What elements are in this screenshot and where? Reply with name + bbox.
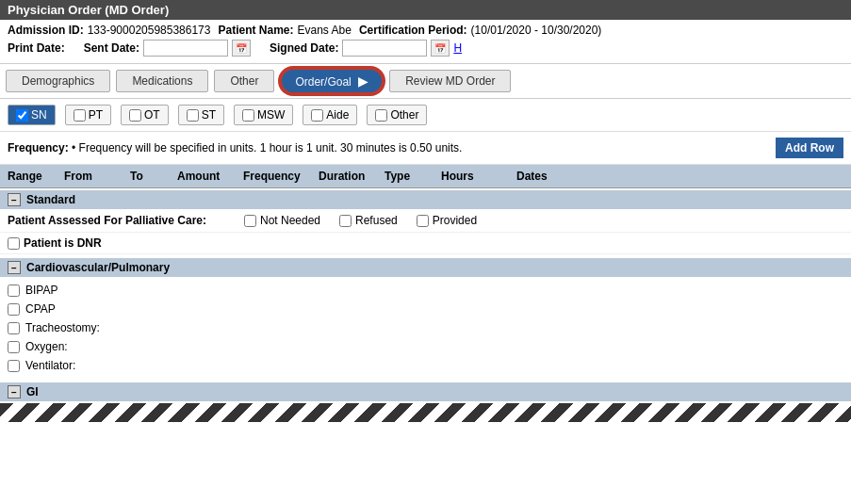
checkbox-other-input[interactable] — [375, 109, 387, 122]
nav-tabs: Demographics Medications Other Order/Goa… — [0, 64, 851, 99]
provided-checkbox[interactable] — [417, 215, 429, 227]
tab-demographics[interactable]: Demographics — [6, 70, 110, 92]
print-date-label: Print Date: — [8, 41, 65, 55]
checkbox-pt[interactable]: PT — [65, 105, 111, 125]
not-needed-checkbox[interactable] — [244, 215, 256, 227]
checkbox-other[interactable]: Other — [367, 105, 427, 125]
sent-date-field: Sent Date: 📅 — [84, 40, 251, 57]
dnr-label: Patient is DNR — [24, 236, 102, 250]
checkbox-pt-label: PT — [89, 108, 103, 122]
standard-collapse-button[interactable]: − — [8, 193, 21, 206]
oxygen-checkbox[interactable] — [8, 341, 20, 353]
signed-date-input[interactable] — [342, 40, 427, 57]
checkbox-msw-input[interactable] — [242, 109, 254, 122]
frequency-section: Frequency: • Frequency will be specified… — [0, 132, 851, 165]
standard-section-label: Standard — [26, 193, 75, 206]
palliative-refused[interactable]: Refused — [339, 214, 398, 227]
tracheostomy-checkbox[interactable] — [8, 322, 20, 334]
patient-name-field: Patient Name: Evans Abe — [218, 24, 351, 37]
col-amount: Amount — [177, 168, 243, 185]
signed-date-field: Signed Date: 📅 H — [270, 40, 462, 57]
admission-label: Admission ID: — [8, 24, 84, 37]
checkbox-aide[interactable]: Aide — [303, 105, 357, 125]
tab-medications[interactable]: Medications — [116, 70, 208, 92]
gi-collapse-button[interactable]: − — [8, 385, 21, 398]
checkbox-ot-label: OT — [144, 108, 160, 122]
checkbox-ot[interactable]: OT — [121, 105, 169, 125]
palliative-not-needed[interactable]: Not Needed — [244, 214, 320, 227]
checkbox-ot-input[interactable] — [129, 109, 141, 122]
tracheostomy-label: Tracheostomy: — [25, 321, 100, 334]
signed-date-label: Signed Date: — [270, 41, 338, 55]
dnr-row: Patient is DNR — [0, 233, 851, 254]
table-header: Range From To Amount Frequency Duration … — [0, 165, 851, 188]
sent-date-calendar[interactable]: 📅 — [232, 40, 251, 57]
signed-date-calendar[interactable]: 📅 — [431, 40, 450, 57]
cardiovascular-section-header: − Cardiovascular/Pulmonary — [0, 258, 851, 277]
title-bar: Physician Order (MD Order) — [0, 0, 851, 20]
checkbox-aide-label: Aide — [326, 108, 349, 122]
oxygen-item: Oxygen: — [8, 337, 843, 356]
certification-field: Certification Period: (10/01/2020 - 10/3… — [359, 24, 601, 37]
page-title: Physician Order (MD Order) — [8, 3, 169, 17]
admission-value: 133-9000205985386173 — [88, 24, 211, 37]
col-type: Type — [385, 168, 441, 185]
palliative-provided[interactable]: Provided — [417, 214, 477, 227]
col-hours: Hours — [441, 168, 516, 185]
ventilator-label: Ventilator: — [25, 359, 75, 372]
col-dates: Dates — [516, 168, 843, 185]
frequency-note: • Frequency will be specified in units. … — [72, 141, 462, 154]
col-to: To — [130, 168, 177, 185]
checkbox-pt-input[interactable] — [74, 109, 86, 122]
standard-section-header: − Standard — [0, 190, 851, 209]
checkbox-msw-label: MSW — [257, 108, 285, 122]
cpap-item: CPAP — [8, 300, 843, 318]
tab-arrow-icon: ▶ — [358, 73, 368, 89]
checkbox-sn-label: SN — [31, 108, 47, 122]
checkbox-sn[interactable]: SN — [8, 105, 56, 125]
h-link[interactable]: H — [453, 41, 462, 55]
certification-value: (10/01/2020 - 10/30/2020) — [471, 24, 602, 37]
tracheostomy-item: Tracheostomy: — [8, 318, 843, 337]
not-needed-label: Not Needed — [260, 214, 320, 227]
col-duration: Duration — [319, 168, 385, 185]
bipap-item: BIPAP — [8, 281, 843, 300]
patient-name-label: Patient Name: — [218, 24, 293, 37]
palliative-label: Patient Assessed For Palliative Care: — [8, 214, 206, 227]
cardiovascular-section-label: Cardiovascular/Pulmonary — [26, 261, 170, 274]
col-frequency: Frequency — [243, 168, 319, 185]
ventilator-checkbox[interactable] — [8, 360, 20, 372]
tab-order-goal[interactable]: Order/Goal ▶ — [280, 68, 384, 94]
bipap-label: BIPAP — [25, 284, 57, 297]
header-row-1: Admission ID: 133-9000205985386173 Patie… — [8, 24, 843, 37]
sent-date-label: Sent Date: — [84, 41, 139, 55]
checkbox-sn-input[interactable] — [16, 109, 28, 122]
ventilator-item: Ventilator: — [8, 356, 843, 375]
palliative-row: Patient Assessed For Palliative Care: ​ … — [0, 209, 851, 233]
checkbox-aide-input[interactable] — [311, 109, 323, 122]
frequency-text: Frequency: • Frequency will be specified… — [8, 141, 462, 154]
bottom-zigzag-decoration — [0, 403, 851, 422]
col-range: Range — [8, 168, 64, 185]
patient-name-value: Evans Abe — [298, 24, 352, 37]
bipap-checkbox[interactable] — [8, 285, 20, 297]
checkbox-st-input[interactable] — [187, 109, 199, 122]
cpap-checkbox[interactable] — [8, 303, 20, 316]
gi-section-header: − GI — [0, 382, 851, 401]
sent-date-input[interactable] — [143, 40, 228, 57]
oxygen-label: Oxygen: — [25, 340, 68, 353]
print-date-field: Print Date: — [8, 41, 65, 55]
tab-review-md-order[interactable]: Review MD Order — [389, 70, 511, 92]
cardiovascular-collapse-button[interactable]: − — [8, 261, 21, 274]
discipline-checkbox-row: SN PT OT ST MSW Aide Other — [0, 99, 851, 132]
header-section: Admission ID: 133-9000205985386173 Patie… — [0, 20, 851, 64]
add-row-button[interactable]: Add Row — [776, 138, 843, 158]
provided-label: Provided — [433, 214, 477, 227]
admission-field: Admission ID: 133-9000205985386173 — [8, 24, 210, 37]
checkbox-msw[interactable]: MSW — [234, 105, 293, 125]
checkbox-st[interactable]: ST — [178, 105, 224, 125]
dnr-checkbox[interactable] — [8, 237, 20, 250]
refused-checkbox[interactable] — [339, 215, 352, 227]
tab-other[interactable]: Other — [214, 70, 274, 92]
col-from: From — [64, 168, 130, 185]
